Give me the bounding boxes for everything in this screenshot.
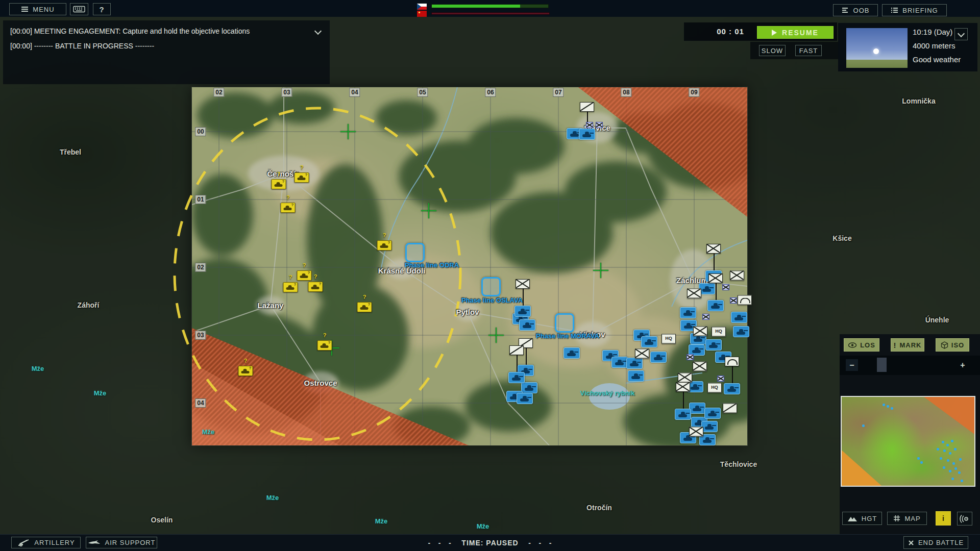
fast-button[interactable]: FAST [795, 45, 822, 56]
unit-tank[interactable] [611, 357, 628, 368]
unit-inf[interactable] [687, 289, 701, 298]
end-battle-button[interactable]: END BATTLE [903, 536, 968, 549]
unit-inf[interactable] [730, 271, 744, 281]
unit-tank[interactable] [519, 319, 535, 331]
unit-tank[interactable] [517, 393, 533, 404]
iso-button[interactable]: ISO [936, 338, 969, 352]
weather-expand-button[interactable] [954, 28, 968, 40]
unit-tank[interactable] [705, 339, 722, 350]
exclamation-icon: ! [894, 341, 897, 349]
unit-tank[interactable] [680, 307, 696, 318]
minimap-unit-dot [943, 466, 945, 469]
unit-truck[interactable] [738, 295, 752, 305]
unit-hq[interactable]: HQ [662, 334, 676, 344]
oob-icon [842, 7, 849, 13]
minimap-unit-dot [959, 458, 962, 461]
unit-tank[interactable] [564, 347, 580, 359]
unit-unknown-contact[interactable]: ?? [281, 203, 296, 213]
unit-unknown-contact[interactable]: ?? [317, 340, 332, 350]
unit-truck-flag[interactable] [724, 383, 740, 394]
unit-tank[interactable] [626, 358, 643, 369]
unit-unknown-contact[interactable]: ?? [357, 302, 372, 312]
end-battle-label: END BATTLE [918, 539, 964, 546]
minimap-unit-dot [958, 471, 961, 474]
time-of-day: 10:19 (Day) [913, 28, 952, 36]
map-mode-label: MAP [904, 515, 920, 522]
grid-icon [893, 515, 900, 522]
weather-panel: 10:19 (Day) 4000 meters Good weather [838, 23, 977, 71]
minimap-unit-dot [961, 480, 963, 482]
hamburger-icon [21, 6, 29, 12]
unit-tank[interactable] [641, 336, 657, 347]
unit-mini[interactable] [722, 284, 729, 290]
menu-button[interactable]: MENU [9, 3, 66, 15]
los-button[interactable]: LOS [844, 338, 879, 352]
info-icon: i [942, 514, 944, 522]
slow-button[interactable]: SLOW [759, 45, 786, 56]
briefing-button[interactable]: BRIEFING [882, 4, 947, 16]
unit-tank[interactable] [731, 312, 747, 323]
unit-mini[interactable] [596, 122, 603, 128]
message-line: [00:00] MEETING ENGAGEMENT: Capture and … [10, 27, 250, 35]
mark-button[interactable]: ! MARK [891, 338, 924, 352]
unit-inf-flag[interactable] [675, 409, 691, 420]
hgt-label: HGT [862, 515, 877, 522]
unit-inf[interactable] [678, 373, 692, 383]
unit-mini[interactable] [687, 354, 694, 360]
battle-clock: 00 : 01 [702, 27, 758, 36]
hgt-button[interactable]: HGT [842, 512, 882, 525]
unit-inf-flag[interactable] [707, 300, 724, 311]
unit-tank[interactable] [704, 408, 721, 419]
info-button[interactable]: i [936, 511, 951, 525]
zoom-in-button[interactable]: + [958, 359, 967, 371]
zoom-slider-handle[interactable] [877, 358, 887, 372]
unit-tank[interactable] [689, 403, 705, 414]
unit-inf-flag[interactable] [514, 306, 531, 317]
unit-inf[interactable] [693, 327, 707, 336]
unit-mini[interactable] [730, 297, 737, 304]
zoom-out-button[interactable]: − [846, 359, 858, 371]
help-icon: ? [99, 5, 104, 14]
message-line: [00:00] -------- BATTLE IN PROGRESS ----… [10, 42, 154, 50]
unit-inf[interactable] [689, 427, 703, 437]
unit-inf[interactable] [693, 362, 707, 371]
unit-inf[interactable] [635, 349, 649, 359]
los-label: LOS [860, 341, 875, 349]
unit-hq[interactable]: HQ [707, 383, 722, 393]
unit-unknown-contact[interactable]: ?? [308, 282, 323, 292]
unit-unknown-contact[interactable]: ?? [377, 240, 392, 251]
minimap-unit-dot [917, 457, 920, 460]
unit-unknown-contact[interactable]: ?? [272, 179, 286, 189]
weather-condition: Good weather [913, 55, 961, 64]
resume-button[interactable]: RESUME [757, 26, 834, 39]
map-mode-button[interactable]: MAP [887, 512, 927, 525]
unit-unknown-contact[interactable]: ?? [238, 366, 253, 376]
czech-flag [417, 4, 427, 10]
minimap[interactable] [841, 396, 975, 487]
unit-mini[interactable] [702, 314, 709, 320]
chevron-down-icon[interactable] [314, 28, 322, 35]
radio-button[interactable] [957, 512, 972, 525]
unit-recon-flag[interactable] [508, 372, 525, 383]
keyboard-icon [73, 6, 85, 13]
side-panel: LOS ! MARK ISO − + HGT M [840, 334, 980, 534]
unit-tank[interactable] [701, 421, 718, 432]
battle-map[interactable] [192, 87, 747, 445]
unit-recon-flag[interactable] [579, 129, 595, 140]
oob-button[interactable]: OOB [833, 4, 878, 16]
unit-tank[interactable] [628, 370, 644, 382]
unit-mini[interactable] [717, 375, 724, 382]
radio-icon [960, 515, 970, 523]
unit-recon[interactable] [723, 404, 737, 413]
unit-mini[interactable] [586, 122, 593, 128]
help-button[interactable]: ? [93, 3, 111, 15]
unit-unknown-contact[interactable]: ?? [283, 282, 298, 292]
unit-hq[interactable]: HQ [712, 327, 726, 337]
hotkeys-button[interactable] [70, 3, 88, 15]
unit-unknown-contact[interactable]: ?? [297, 270, 312, 281]
unit-tank[interactable] [650, 352, 667, 363]
unit-unknown-contact[interactable]: ?? [295, 172, 309, 183]
minimap-unit-dot [954, 467, 957, 470]
unit-tank[interactable] [521, 382, 537, 393]
unit-tank[interactable] [733, 326, 749, 337]
